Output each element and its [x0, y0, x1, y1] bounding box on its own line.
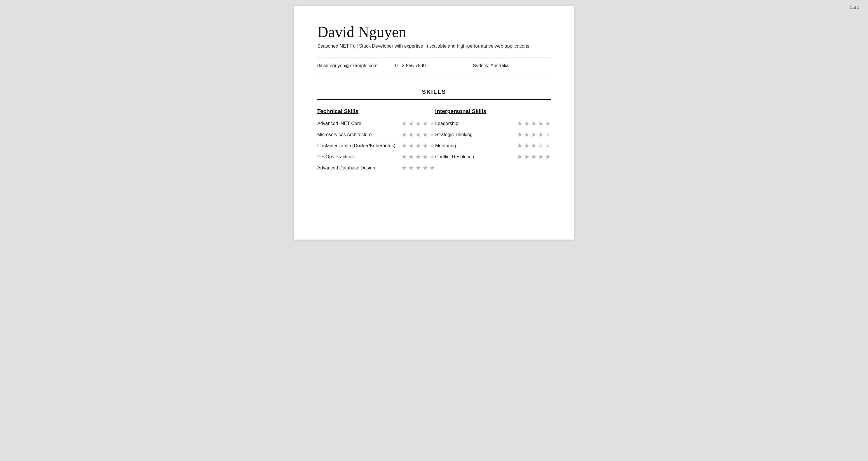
skill-name: Microservices Architecture	[317, 132, 399, 137]
star-filled-icon: ★	[415, 132, 421, 138]
skill-name: Advanced Database Design	[317, 165, 399, 171]
star-filled-icon: ★	[408, 165, 414, 171]
star-filled-icon: ★	[517, 132, 523, 138]
technical-skill-row: DevOps Practices★★★★★	[317, 154, 435, 160]
skills-columns: Technical Skills Advanced .NET Core★★★★★…	[317, 108, 551, 176]
skill-name: Mentoring	[435, 143, 505, 148]
skill-name: Strategic Thinking	[435, 132, 505, 137]
star-filled-icon: ★	[401, 154, 407, 160]
star-filled-icon: ★	[401, 120, 407, 127]
star-empty-icon: ★	[545, 132, 551, 138]
star-filled-icon: ★	[538, 120, 544, 127]
star-filled-icon: ★	[422, 132, 428, 138]
technical-skill-row: Containerization (Docker/Kubernetes)★★★★…	[317, 143, 435, 149]
contact-email: david.nguyen@example.com	[317, 63, 395, 68]
star-filled-icon: ★	[524, 120, 530, 127]
candidate-tagline: Seasoned NET Full Stack Developer with e…	[317, 44, 551, 49]
skills-section: SKILLS Technical Skills Advanced .NET Co…	[317, 83, 551, 176]
star-filled-icon: ★	[408, 154, 414, 160]
star-filled-icon: ★	[408, 143, 414, 149]
star-filled-icon: ★	[415, 143, 421, 149]
star-empty-icon: ★	[429, 154, 435, 160]
star-filled-icon: ★	[517, 154, 523, 160]
page-counter: 1 of 1	[849, 5, 859, 10]
star-filled-icon: ★	[422, 165, 428, 171]
star-filled-icon: ★	[524, 143, 530, 149]
contact-phone: 61-2-555-7890	[395, 63, 473, 68]
star-filled-icon: ★	[401, 143, 407, 149]
star-filled-icon: ★	[531, 132, 537, 138]
star-filled-icon: ★	[524, 132, 530, 138]
star-empty-icon: ★	[429, 143, 435, 149]
skill-name: Advanced .NET Core	[317, 121, 399, 126]
candidate-name: David Nguyen	[317, 23, 551, 40]
star-filled-icon: ★	[415, 154, 421, 160]
star-empty-icon: ★	[545, 143, 551, 149]
interpersonal-skills-col: Interpersonal Skills Leadership★★★★★Stra…	[435, 108, 551, 176]
skill-name: DevOps Practices	[317, 154, 399, 160]
star-filled-icon: ★	[422, 120, 428, 127]
interpersonal-skill-row: Conflict Resolution★★★★★	[435, 154, 551, 160]
star-filled-icon: ★	[415, 165, 421, 171]
star-filled-icon: ★	[401, 132, 407, 138]
star-filled-icon: ★	[408, 120, 414, 127]
interpersonal-skill-row: Strategic Thinking★★★★★	[435, 132, 551, 138]
star-empty-icon: ★	[429, 120, 435, 127]
technical-skills-heading: Technical Skills	[317, 108, 435, 115]
star-filled-icon: ★	[517, 120, 523, 127]
technical-skill-row: Microservices Architecture★★★★★	[317, 132, 435, 138]
technical-skills-list: Advanced .NET Core★★★★★Microservices Arc…	[317, 120, 435, 171]
skill-name: Containerization (Docker/Kubernetes)	[317, 143, 399, 148]
skill-name: Conflict Resolution	[435, 154, 505, 160]
star-filled-icon: ★	[545, 120, 551, 127]
star-filled-icon: ★	[408, 132, 414, 138]
star-filled-icon: ★	[538, 154, 544, 160]
star-empty-icon: ★	[538, 143, 544, 149]
header-section: David Nguyen Seasoned NET Full Stack Dev…	[317, 23, 551, 49]
interpersonal-skill-row: Leadership★★★★★	[435, 120, 551, 127]
star-filled-icon: ★	[401, 165, 407, 171]
star-filled-icon: ★	[429, 165, 435, 171]
star-filled-icon: ★	[538, 132, 544, 138]
star-filled-icon: ★	[415, 120, 421, 127]
resume-page: David Nguyen Seasoned NET Full Stack Dev…	[294, 6, 574, 239]
star-filled-icon: ★	[422, 154, 428, 160]
interpersonal-skill-row: Mentoring★★★★★	[435, 143, 551, 149]
contact-location: Sydney, Australia	[473, 63, 551, 68]
interpersonal-skills-heading: Interpersonal Skills	[435, 108, 551, 115]
technical-skill-row: Advanced .NET Core★★★★★	[317, 120, 435, 127]
technical-skills-col: Technical Skills Advanced .NET Core★★★★★…	[317, 108, 435, 176]
interpersonal-skills-list: Leadership★★★★★Strategic Thinking★★★★★Me…	[435, 120, 551, 160]
technical-skill-row: Advanced Database Design★★★★★	[317, 165, 435, 171]
star-filled-icon: ★	[531, 143, 537, 149]
star-filled-icon: ★	[517, 143, 523, 149]
star-empty-icon: ★	[429, 132, 435, 138]
star-filled-icon: ★	[531, 120, 537, 127]
star-filled-icon: ★	[422, 143, 428, 149]
star-filled-icon: ★	[524, 154, 530, 160]
contact-section: david.nguyen@example.com 61-2-555-7890 S…	[317, 58, 551, 74]
skill-name: Leadership	[435, 121, 505, 126]
star-filled-icon: ★	[531, 154, 537, 160]
skills-title: SKILLS	[422, 88, 446, 95]
star-filled-icon: ★	[545, 154, 551, 160]
skills-title-bar: SKILLS	[317, 83, 551, 100]
